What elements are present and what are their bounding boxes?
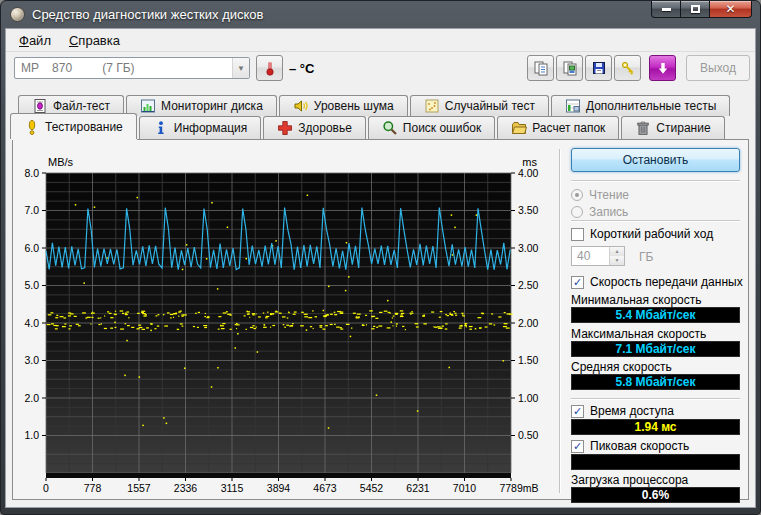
svg-text:4673: 4673	[313, 482, 337, 494]
checkbox-icon: ✓	[571, 440, 584, 453]
tab-search[interactable]: Поиск ошибок	[368, 116, 495, 139]
tab-noise[interactable]: Уровень шума	[279, 95, 408, 116]
copy-image-button[interactable]	[556, 55, 583, 81]
radio-icon	[571, 189, 583, 201]
maximize-button[interactable]	[681, 1, 710, 18]
folder-icon	[511, 120, 527, 136]
tab-page-testing: 8.07.06.05.04.03.02.01.04.003.503.002.50…	[12, 139, 749, 500]
avg-speed-value: 5.8 Мбайт/сек	[571, 374, 740, 390]
app-window: Средство диагностики жестких дисков ✕ Фа…	[0, 0, 761, 515]
tab-label: Файл-тест	[53, 99, 110, 113]
menu-file[interactable]: Файл	[10, 30, 60, 51]
copy-image-icon	[562, 60, 578, 76]
copy-text-icon	[533, 60, 549, 76]
write-radio[interactable]: Запись	[571, 205, 628, 219]
transfer-rate-checkbox[interactable]: ✓ Скорость передачи данных	[571, 275, 743, 289]
save-icon	[591, 60, 607, 76]
svg-text:6231: 6231	[406, 482, 430, 494]
tab-random[interactable]: Случайный тест	[410, 95, 549, 116]
copy-text-button[interactable]	[527, 55, 554, 81]
svg-text:1.50: 1.50	[518, 354, 539, 366]
spinner-buttons[interactable]: ▲▼	[609, 247, 624, 265]
download-button[interactable]	[649, 55, 676, 81]
svg-text:1.00: 1.00	[518, 392, 539, 404]
tab-disk-monitor[interactable]: Мониторинг диска	[126, 95, 277, 116]
menu-help[interactable]: Справка	[60, 30, 129, 51]
tab-testing[interactable]: Тестирование	[10, 113, 137, 139]
close-icon: ✕	[725, 2, 735, 16]
spin-up-icon[interactable]: ▲	[610, 247, 624, 256]
tab-folder[interactable]: Расчет папок	[497, 116, 619, 139]
window-title: Средство диагностики жестких дисков	[32, 7, 263, 22]
toolbar: MP 870 (7 ГБ) ▼ – °C Выход	[6, 53, 755, 91]
max-speed-value: 7.1 Мбайт/сек	[571, 341, 740, 357]
tab-label: Здоровье	[298, 121, 352, 135]
cpu-usage-label: Загрузка процессора	[571, 473, 688, 487]
svg-text:3.00: 3.00	[518, 242, 539, 254]
svg-text:3115: 3115	[221, 482, 244, 494]
separator	[571, 220, 740, 222]
svg-text:2336: 2336	[174, 482, 198, 494]
vertical-separator	[559, 149, 561, 493]
min-speed-value: 5.4 Мбайт/сек	[571, 307, 740, 323]
tab-row-front: ТестированиеИнформацияЗдоровьеПоиск ошиб…	[10, 116, 725, 139]
menu-bar: Файл Справка	[6, 29, 755, 52]
minimize-icon	[662, 8, 671, 11]
tab-label: Мониторинг диска	[161, 99, 263, 113]
search-icon	[382, 120, 398, 136]
svg-text:7789mB: 7789mB	[499, 482, 538, 494]
max-speed-label: Максимальная скорость	[571, 327, 706, 341]
radio-icon	[571, 206, 583, 218]
temperature-value: – °C	[289, 61, 314, 76]
svg-text:3894: 3894	[267, 482, 291, 494]
svg-text:MB/s: MB/s	[48, 156, 74, 168]
stop-button[interactable]: Остановить	[571, 148, 740, 172]
svg-text:3.50: 3.50	[518, 204, 539, 216]
tab-extra-tests[interactable]: Дополнительные тесты	[551, 95, 730, 116]
exit-button[interactable]: Выход	[686, 55, 750, 81]
checkbox-icon: ✓	[571, 405, 584, 418]
benchmark-chart: 8.07.06.05.04.03.02.01.04.003.503.002.50…	[15, 143, 557, 499]
access-time-checkbox[interactable]: ✓ Время доступа	[571, 404, 674, 418]
tab-label: Уровень шума	[314, 99, 394, 113]
min-speed-label: Минимальная скорость	[571, 293, 702, 307]
burst-rate-value	[571, 454, 740, 470]
right-panel: Остановить Чтение Запись Короткий рабочи…	[569, 140, 744, 499]
minimize-button[interactable]	[651, 1, 681, 18]
access-time-value: 1.94 мс	[571, 419, 740, 435]
chevron-down-icon: ▼	[232, 58, 249, 78]
save-button[interactable]	[585, 55, 612, 81]
svg-text:0.50: 0.50	[518, 429, 539, 441]
svg-text:6.0: 6.0	[24, 242, 39, 254]
tab-erase[interactable]: Стирание	[621, 116, 724, 139]
noise-icon	[293, 98, 309, 114]
maximize-icon	[691, 5, 700, 13]
temperature-button[interactable]	[256, 55, 283, 81]
tab-info[interactable]: Информация	[139, 116, 261, 139]
drive-select[interactable]: MP 870 (7 ГБ) ▼	[14, 57, 250, 79]
burst-rate-checkbox[interactable]: ✓ Пиковая скорость	[571, 439, 689, 453]
svg-text:5.0: 5.0	[24, 279, 39, 291]
spin-down-icon[interactable]: ▼	[610, 256, 624, 265]
file-test-icon	[32, 98, 48, 114]
read-radio-label: Чтение	[589, 188, 629, 202]
download-arrow-icon	[655, 60, 671, 76]
separator	[571, 180, 740, 182]
short-stroke-spinner[interactable]: 40 ▲▼	[571, 246, 625, 266]
options-button[interactable]	[614, 55, 641, 81]
avg-speed-label: Средняя скорость	[571, 360, 672, 374]
svg-text:0: 0	[43, 482, 49, 494]
tab-health[interactable]: Здоровье	[263, 116, 366, 139]
title-bar[interactable]: Средство диагностики жестких дисков	[1, 1, 760, 28]
read-radio[interactable]: Чтение	[571, 188, 629, 202]
thermometer-icon	[262, 60, 278, 76]
tab-label: Поиск ошибок	[403, 121, 481, 135]
tab-label: Стирание	[656, 121, 710, 135]
tab-label: Расчет папок	[532, 121, 605, 135]
svg-text:1557: 1557	[127, 482, 151, 494]
close-button[interactable]: ✕	[710, 1, 752, 18]
erase-icon	[635, 120, 651, 136]
svg-text:5452: 5452	[360, 482, 384, 494]
short-stroke-checkbox[interactable]: Короткий рабочий ход	[571, 227, 713, 241]
svg-text:1.0: 1.0	[24, 429, 39, 441]
